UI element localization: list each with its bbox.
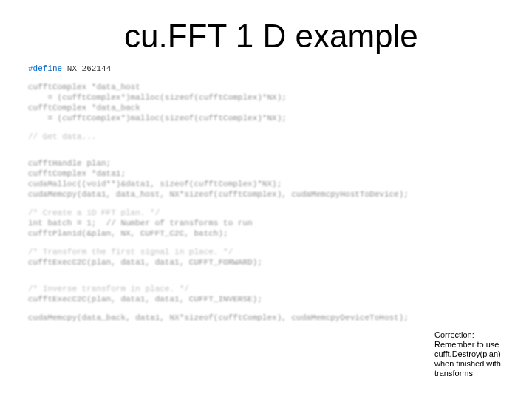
code-comment: /* Create a 1D FFT plan. */ (28, 208, 516, 218)
code-line: = (cufftComplex*)malloc(sizeof(cufftComp… (28, 92, 516, 103)
code-line: cufftComplex *data_back (28, 103, 516, 113)
code-line: cufftHandle plan; (28, 158, 516, 168)
note-line: Remember to use (434, 340, 523, 349)
slide-title: cu.FFT 1 D example (124, 18, 418, 55)
slide-root: { "title": "cu.FFT 1 D example", "code":… (0, 0, 532, 399)
define-value: NX 262144 (62, 64, 111, 73)
code-line: cufftComplex *data1; (28, 168, 516, 179)
code-line: cudaMalloc((void**)&data1, sizeof(cufftC… (28, 179, 516, 189)
define-keyword: #define (28, 64, 62, 73)
code-block: #define NX 262144 cufftComplex *data_hos… (28, 64, 516, 323)
note-line: Correction: (434, 330, 523, 340)
code-comment: /* Transform the first signal in place. … (28, 247, 516, 257)
code-comment: // Get data... (28, 132, 516, 142)
code-line: = (cufftComplex*)malloc(sizeof(cufftComp… (28, 113, 516, 123)
code-line: cufftComplex *data_host (28, 82, 516, 92)
code-line: cudaMemcpy(data_back, data1, NX*sizeof(c… (28, 313, 516, 323)
code-line: cudaMemcpy(data1, data_host, NX*sizeof(c… (28, 189, 516, 200)
code-line: int batch = 1; // Number of transforms t… (28, 218, 516, 228)
note-line: transforms (434, 369, 523, 378)
code-comment: /* Inverse transform in place. */ (28, 284, 516, 294)
note-line: when finished with (434, 359, 523, 369)
note-line: cufft.Destroy(plan) (434, 349, 523, 359)
code-line: cufftExecC2C(plan, data1, data1, CUFFT_I… (28, 294, 516, 304)
code-line: cufftExecC2C(plan, data1, data1, CUFFT_F… (28, 257, 516, 267)
correction-note: Correction: Remember to use cufft.Destro… (434, 330, 523, 378)
code-line: cufftPlan1d(&plan, NX, CUFFT_C2C, batch)… (28, 228, 516, 239)
code-line: #define NX 262144 (28, 64, 516, 74)
